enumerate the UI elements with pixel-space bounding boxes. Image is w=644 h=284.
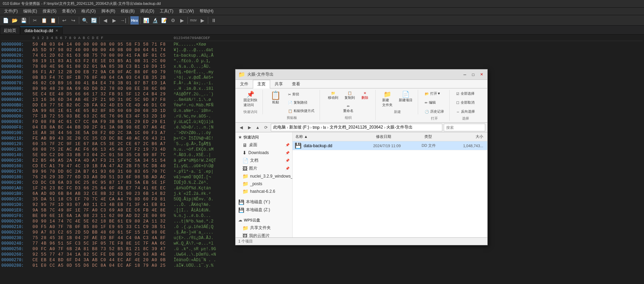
tab-home[interactable]: 起始页: [0, 27, 20, 34]
sidebar-section-wps[interactable]: ☁ WPS云盘: [236, 217, 292, 224]
ribbon-moveto-btn[interactable]: 📁 移动到: [325, 90, 341, 102]
ribbon-history-btn[interactable]: 🕐 历史记录: [422, 108, 447, 115]
ribbon-cut-btn[interactable]: ✂ 剪切: [286, 91, 317, 98]
addr-crumb-tmp[interactable]: tmp: [313, 125, 320, 130]
addr-crumb-lx[interactable]: lx: [323, 125, 326, 130]
sidebar-item-localz[interactable]: 💾 本地磁盘 (Z:): [236, 206, 292, 214]
tab-close-btn[interactable]: ✕: [55, 29, 58, 32]
sidebar-item-pictures[interactable]: 🖼 图片 📌: [236, 164, 292, 172]
hex-bytes: 80 90 14 74 7C 4E 5E 62 18 BE 61 E9 80 2…: [33, 219, 171, 224]
ribbon-newfolder-btn[interactable]: 📁 新建文件夹: [380, 90, 395, 109]
tb-cut[interactable]: ✂: [31, 16, 39, 25]
search-input[interactable]: [444, 124, 485, 131]
ribbon-tab-file[interactable]: 文件: [236, 80, 253, 88]
ribbon-open-btn[interactable]: 📂 打开▼: [422, 90, 447, 97]
hex-bytes: FD 08 FB 4C 61 C7 CC 0A F9 3B 6B 51 29 E…: [33, 119, 171, 125]
sidebar-section-quickaccess[interactable]: ★ 快速访问: [236, 134, 292, 141]
hex-addr: 00000020:: [1, 53, 33, 58]
hex-bytes: 68 08 75 2E AC AE F6 66 13 45 4B C7 F2 1…: [33, 147, 171, 152]
ribbon-group-organize: 📁 移动到 📋 复制到 ✕ 删除 ✏ 重命名: [321, 90, 376, 120]
sidebar-item-posts[interactable]: 📁 _posts: [236, 180, 292, 188]
addr-crumb-export[interactable]: 火眼-文件导出: [386, 124, 413, 130]
tb-back[interactable]: ◀: [101, 16, 109, 25]
hex-bytes: 0B B3 F4 7C 8F 1B 76 8F 40 64 CA 03 C4 E…: [33, 75, 171, 81]
addr-crumb-docs[interactable]: 文件文档_20241126_203642: [330, 124, 383, 130]
tb-inspector[interactable]: 🔬: [151, 16, 159, 25]
tb-save[interactable]: 💾: [19, 16, 28, 25]
addr-crumb-pc[interactable]: 此电脑: [273, 124, 286, 130]
menu-script[interactable]: 脚本(R): [99, 8, 118, 15]
ribbon-pin-btn[interactable]: 📌 固定到快速访问: [241, 90, 260, 109]
tb-replace[interactable]: 🔄: [90, 16, 98, 25]
win-close-btn[interactable]: ✕: [478, 72, 485, 78]
menu-help[interactable]: 帮助(H): [197, 8, 217, 15]
col-hdr-type[interactable]: 类型: [422, 133, 456, 140]
menu-format[interactable]: 格式(O): [79, 8, 98, 15]
menu-file[interactable]: 文件(F): [1, 8, 20, 15]
tb-copy[interactable]: 📋: [40, 16, 48, 25]
sidebar-item-cloudpics[interactable]: 🖼 我的云图片: [236, 232, 292, 237]
ribbon-invertsel-btn[interactable]: ↔ 反向选择: [454, 108, 477, 115]
win-maximize-btn[interactable]: □: [470, 72, 476, 78]
hex-bytes: 1E A8 3E 44 56 3E 5A D8 F2 0D 2C 3A 1C 0…: [33, 130, 171, 136]
tb-pause[interactable]: ⏸: [210, 16, 218, 25]
ribbon-tab-home[interactable]: 主页: [253, 80, 270, 88]
tb-new[interactable]: 📄: [1, 16, 10, 25]
ribbon-tab-view[interactable]: 查看: [287, 80, 305, 88]
menu-window[interactable]: 窗口(W): [176, 8, 196, 15]
col-hdr-name[interactable]: 名称 ▲: [293, 133, 373, 140]
menu-search[interactable]: 搜索(S): [40, 8, 59, 15]
hex-addr: 00000180:: [1, 174, 33, 180]
menu-debug[interactable]: 调试(D): [137, 8, 157, 15]
tb-open[interactable]: 📂: [10, 16, 19, 25]
hex-addr: 00000210:: [1, 224, 33, 230]
menu-view[interactable]: 查看(V): [59, 8, 79, 15]
addr-crumb-drive[interactable]: 新加坡 (F:): [289, 124, 309, 130]
tb-forward[interactable]: ▶: [110, 16, 118, 25]
sidebar-item-downloads[interactable]: ⬇ Downloads 📌: [236, 149, 292, 157]
sidebar-item-localy[interactable]: 💾 本地磁盘 (Y:): [236, 198, 292, 206]
ribbon-rename-btn[interactable]: ✏ 重命名: [341, 103, 356, 115]
ribbon-copyto-btn[interactable]: 📋 复制到: [342, 90, 357, 102]
tb-script-run[interactable]: ▶: [198, 16, 206, 25]
sidebar-item-documents[interactable]: 📄 文档 📌: [236, 157, 292, 164]
tb-extra1[interactable]: ⚙: [169, 16, 177, 25]
menu-edit[interactable]: 编辑(E): [20, 8, 40, 15]
address-path[interactable]: 此电脑 › 新加坡 (F:) › tmp › lx › 文件文档_2024112…: [271, 124, 442, 131]
nav-up-btn[interactable]: ▲: [254, 124, 261, 131]
nav-back-btn[interactable]: ◀: [238, 124, 245, 131]
tb-paste[interactable]: 📋: [49, 16, 57, 25]
ribbon-edit-btn[interactable]: ✏ 编辑: [422, 99, 447, 106]
ribbon-copypath-btn[interactable]: 📄 复制路径: [286, 99, 317, 106]
ribbon-selectall-btn[interactable]: ☑ 全部选择: [454, 90, 477, 97]
tb-goto[interactable]: →|: [119, 16, 127, 25]
tb-redo[interactable]: ↪: [69, 16, 77, 25]
col-hdr-date[interactable]: 修改日期: [373, 133, 422, 140]
ribbon-delete-btn[interactable]: ✕ 删除: [359, 90, 371, 102]
tb-chart[interactable]: 📊: [142, 16, 150, 25]
tb-mov[interactable]: mov: [189, 16, 197, 25]
sidebar-item-nuclei[interactable]: 📁 nuclei_3.2.9_windows_amd64: [236, 172, 292, 180]
nav-forward-btn[interactable]: ▶: [246, 124, 253, 131]
ribbon-pasteshortcut-btn[interactable]: 📋 粘贴快捷方式: [286, 107, 317, 115]
menu-tools[interactable]: 工具(T): [157, 8, 176, 15]
ribbon-newitem-btn[interactable]: 📄 新建项目: [396, 90, 415, 109]
tb-undo[interactable]: ↩: [60, 16, 68, 25]
win-minimize-btn[interactable]: ─: [462, 72, 468, 78]
tb-templates[interactable]: 📝: [160, 16, 168, 25]
ribbon-paste-btn[interactable]: 📋 粘贴: [267, 90, 284, 115]
file-row-databackup[interactable]: 💾 data-backup.dd 2024/7/19 11:09 DD 文件 1…: [293, 141, 487, 150]
ribbon-selectnone-btn[interactable]: ☐ 全部取消: [454, 99, 477, 106]
tb-extra2[interactable]: ▶: [178, 16, 186, 25]
sidebar-item-hashcat[interactable]: 📁 hashcat-6.2.6: [236, 188, 292, 195]
tb-hex-mode[interactable]: Hex: [130, 16, 139, 25]
menu-template[interactable]: 模板(B): [118, 8, 137, 15]
title-bar: 010 Editor 专业便携版 - F:\tmp\lx\文件文档_202411…: [0, 0, 644, 8]
sidebar-item-desktop[interactable]: 🖥 桌面 📌: [236, 141, 292, 149]
nav-refresh-btn[interactable]: ⟳: [263, 124, 269, 131]
sidebar-item-sharedfiles[interactable]: 📁 共享文件夹: [236, 224, 292, 232]
ribbon-tab-share[interactable]: 共享: [270, 80, 287, 88]
tab-file[interactable]: data-backup.dd ✕: [20, 27, 63, 34]
tb-find[interactable]: 🔍: [81, 16, 89, 25]
col-hdr-size[interactable]: 大小: [456, 133, 487, 140]
